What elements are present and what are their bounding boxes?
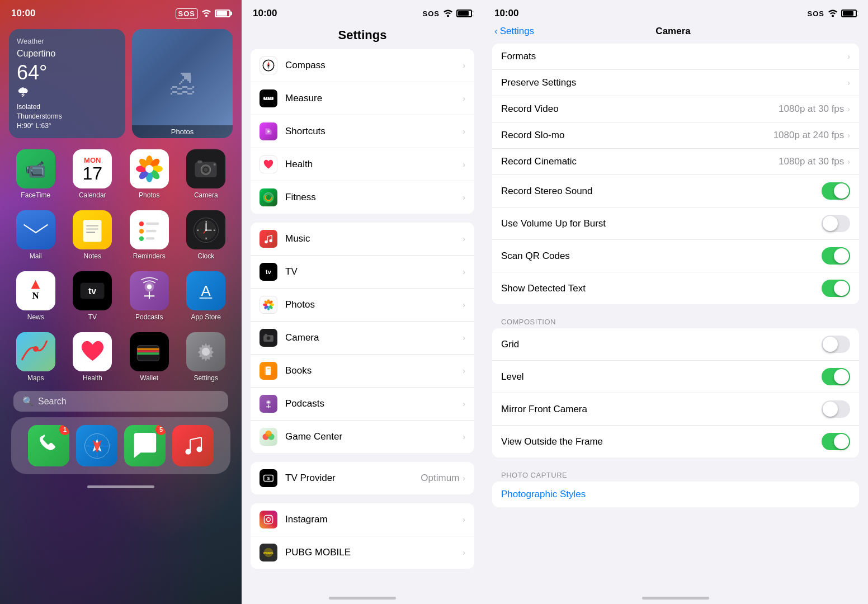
app-wallet[interactable]: Wallet: [125, 332, 174, 382]
settings-row-measure[interactable]: Measure ›: [251, 82, 474, 115]
svg-point-105: [267, 401, 270, 403]
svg-point-114: [267, 518, 271, 522]
camera-settings-list: Formats › Preserve Settings › Record Vid…: [483, 44, 868, 592]
level-label: Level: [501, 371, 822, 383]
photos-widget[interactable]: 🏖 Photos: [132, 29, 233, 138]
camera-page-title: Camera: [655, 26, 690, 37]
camera-row-record-slomo[interactable]: Record Slo-mo 1080p at 240 fps ›: [492, 122, 859, 149]
dock-safari[interactable]: [76, 425, 117, 466]
svg-rect-53: [138, 348, 159, 350]
back-to-settings-button[interactable]: ‹ Settings: [494, 26, 534, 37]
svg-point-70: [268, 65, 270, 67]
app-maps[interactable]: Maps: [11, 332, 60, 382]
photos-settings-icon: [260, 296, 277, 314]
settings-row-books[interactable]: Books ›: [251, 355, 474, 388]
weather-widget-label: Weather: [17, 37, 117, 45]
record-slomo-value: 1080p at 240 fps: [773, 130, 845, 141]
view-outside-toggle[interactable]: [822, 433, 850, 450]
photos-settings-label: Photos: [285, 299, 463, 310]
camera-time: 10:00: [494, 8, 518, 19]
record-slomo-chevron: ›: [847, 131, 850, 140]
settings-row-gamecenter[interactable]: Game Center ›: [251, 421, 474, 453]
formats-label: Formats: [501, 51, 847, 62]
preserve-label: Preserve Settings: [501, 77, 847, 88]
settings-row-podcasts[interactable]: Podcasts ›: [251, 388, 474, 421]
app-appstore[interactable]: A App Store: [182, 271, 231, 321]
camera-label: Camera: [194, 191, 218, 199]
app-news[interactable]: N News: [11, 271, 60, 321]
camera-row-record-video[interactable]: Record Video 1080p at 30 fps ›: [492, 96, 859, 122]
svg-rect-55: [138, 352, 159, 355]
settings-row-compass[interactable]: Compass ›: [251, 49, 474, 82]
settings-row-tv[interactable]: tv TV ›: [251, 256, 474, 289]
settings-row-instagram[interactable]: Instagram ›: [251, 503, 474, 536]
app-camera[interactable]: Camera: [182, 149, 231, 199]
photos-widget-photo: 🏖: [132, 29, 233, 138]
settings-row-music[interactable]: Music ›: [251, 223, 474, 256]
camera-row-record-cinematic[interactable]: Record Cinematic 1080p at 30 fps ›: [492, 149, 859, 175]
camera-row-formats[interactable]: Formats ›: [492, 44, 859, 70]
app-calendar[interactable]: MON 17 Calendar: [68, 149, 117, 199]
settings-row-health[interactable]: Health ›: [251, 148, 474, 181]
app-facetime[interactable]: 📹 FaceTime: [11, 149, 60, 199]
health-settings-icon: [260, 155, 277, 173]
app-podcasts[interactable]: Podcasts: [125, 271, 174, 321]
camera-row-photographic-styles[interactable]: Photographic Styles: [492, 482, 859, 507]
burst-toggle[interactable]: [822, 215, 850, 232]
level-toggle[interactable]: [822, 368, 850, 385]
tvprovider-chevron: ›: [463, 474, 465, 483]
svg-rect-71: [263, 97, 273, 100]
music-settings-label: Music: [285, 233, 463, 244]
app-grid-row2: Mail Notes: [0, 206, 242, 265]
home-sos: SOS: [176, 8, 198, 19]
app-settings[interactable]: Settings: [182, 332, 231, 382]
instagram-icon: [260, 511, 277, 528]
composition-section-label: COMPOSITION: [492, 313, 859, 328]
app-clock[interactable]: Clock: [182, 210, 231, 260]
app-mail[interactable]: Mail: [11, 210, 60, 260]
settings-icon: [186, 332, 225, 371]
settings-list: Compass › Measure › Shortcuts ›: [242, 49, 483, 592]
news-label: News: [27, 313, 44, 321]
settings-row-photos-s[interactable]: Photos ›: [251, 289, 474, 322]
settings-row-fitness[interactable]: Fitness ›: [251, 181, 474, 214]
app-reminders[interactable]: Reminders: [125, 210, 174, 260]
qr-toggle[interactable]: [822, 247, 850, 265]
weather-widget[interactable]: Weather Cupertino 64° 🌩 IsolatedThunders…: [9, 29, 125, 138]
search-bar[interactable]: 🔍 Search: [13, 391, 228, 412]
settings-row-camera[interactable]: Camera ›: [251, 322, 474, 355]
mirror-toggle[interactable]: [822, 400, 850, 418]
svg-text:PUBG: PUBG: [263, 551, 273, 555]
app-notes[interactable]: Notes: [68, 210, 117, 260]
app-photos[interactable]: Photos: [125, 149, 174, 199]
camera-row-view-outside: View Outside the Frame: [492, 426, 859, 457]
svg-line-62: [190, 437, 201, 440]
wallet-icon: [130, 332, 169, 371]
camera-row-preserve[interactable]: Preserve Settings ›: [492, 70, 859, 96]
grid-toggle[interactable]: [822, 336, 850, 353]
stereo-toggle[interactable]: [822, 182, 850, 200]
camera-nav: ‹ Settings Camera: [483, 23, 868, 44]
app-grid-row4: Maps Health Wallet: [0, 328, 242, 386]
settings-status-bar: 10:00 SOS: [242, 0, 483, 23]
detected-text-toggle[interactable]: [822, 280, 850, 297]
settings-row-shortcuts[interactable]: Shortcuts ›: [251, 115, 474, 148]
camera-icon: [186, 149, 225, 188]
dock-music[interactable]: [172, 425, 214, 466]
app-tv[interactable]: tv TV: [68, 271, 117, 321]
settings-row-tvprovider[interactable]: S TV Provider Optimum ›: [251, 462, 474, 494]
widgets-row: Weather Cupertino 64° 🌩 IsolatedThunders…: [0, 25, 242, 143]
svg-point-45: [147, 285, 152, 290]
dock-messages[interactable]: 5: [124, 425, 166, 466]
camera-row-mirror: Mirror Front Camera: [492, 393, 859, 426]
settings-row-pubg[interactable]: PUBG PUBG MOBILE ›: [251, 536, 474, 569]
svg-point-22: [139, 221, 144, 226]
facetime-icon: 📹: [16, 149, 55, 188]
dock-phone[interactable]: 1: [28, 425, 69, 466]
app-health[interactable]: Health: [68, 332, 117, 382]
measure-icon: [260, 89, 277, 107]
svg-text:tv: tv: [266, 268, 272, 275]
health-icon: [73, 332, 112, 371]
appstore-icon: A: [186, 271, 225, 310]
photo-capture-section-label: PHOTO CAPTURE: [492, 466, 859, 482]
